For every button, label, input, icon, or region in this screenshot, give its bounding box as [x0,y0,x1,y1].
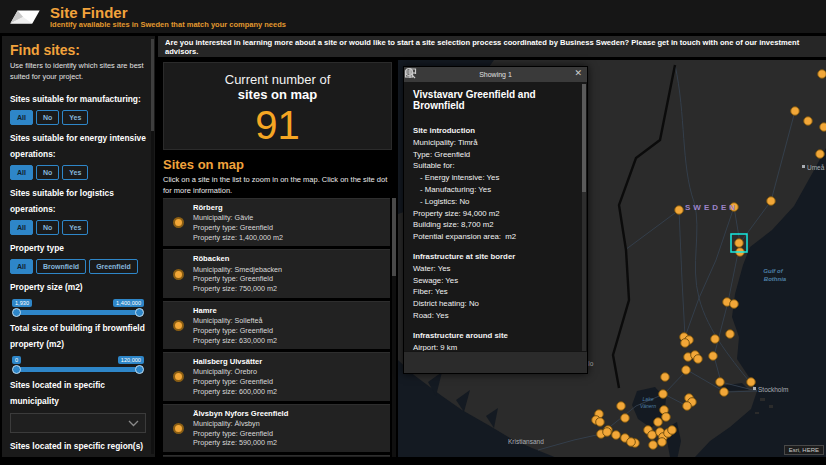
map-label-stockholm: Stockholm [758,386,788,393]
property-type-brownfield-button[interactable]: Brownfield [36,259,86,274]
site-detail: Property size: 750,000 m2 [193,284,282,294]
site-map-dot[interactable] [659,390,668,399]
site-list-scrollbar[interactable] [392,198,396,457]
site-map-dot[interactable] [791,107,800,116]
manufacturing-yes-button[interactable]: Yes [62,110,88,125]
filter-label-manufacturing: Sites suitable for manufacturing: [10,92,146,108]
building-size-min-handle[interactable] [12,365,21,374]
site-list-item[interactable]: HamreMunicipality: SollefteåProperty typ… [163,301,390,349]
selected-site-map-dot[interactable] [735,239,744,248]
site-map-dot[interactable] [675,206,684,215]
site-map-dot[interactable] [617,402,626,411]
sidebar-scrollbar[interactable] [151,39,154,454]
site-map-dot[interactable] [654,418,663,427]
site-map-dot[interactable] [621,414,630,423]
property-size-min-handle[interactable] [12,308,21,317]
popup-line: - Manufacturing: Yes [413,184,577,196]
logistics-yes-button[interactable]: Yes [62,220,88,235]
sidebar-title: Find sites: [10,42,146,58]
site-map-dot[interactable] [804,117,813,126]
popup-line: - Energy intensive: Yes [413,172,577,184]
site-detail: Property type: Greenfield [193,326,277,336]
energy-no-button[interactable]: No [36,165,59,180]
popup-line: Fiber: Yes [413,286,577,298]
site-map-dot[interactable] [818,70,826,79]
building-size-slider[interactable]: 0 120,000 [12,356,144,372]
close-icon[interactable]: ✕ [574,68,582,78]
site-map-dot[interactable] [682,366,691,375]
site-map-dot[interactable] [596,418,605,427]
popup-line: Building size: 8,700 m2 [413,219,577,231]
site-map-dot[interactable] [658,438,667,447]
energy-all-button[interactable]: All [10,165,33,180]
manufacturing-no-button[interactable]: No [36,110,59,125]
site-map-dot[interactable] [649,441,658,450]
site-map-dot[interactable] [726,330,735,339]
popup-scrollbar[interactable] [582,84,586,351]
site-list-item[interactable]: Hallsberg UlvsätterMunicipality: ÖrebroP… [163,352,390,400]
property-size-track[interactable] [15,310,141,315]
site-map-dot[interactable] [820,123,826,132]
site-list-title: Sites on map [163,157,392,172]
site-dot-icon [173,423,184,434]
popup-header[interactable]: Showing 1 ✕ [404,67,587,82]
property-size-slider[interactable]: 1,930 1,400,000 [12,299,144,315]
site-map-dot[interactable] [747,378,756,387]
logistics-no-button[interactable]: No [36,220,59,235]
counter-title-line1: Current number of [164,72,391,87]
site-map-dot[interactable] [767,197,776,206]
site-map-dot[interactable] [662,413,671,422]
site-map-dot[interactable] [627,438,636,447]
property-size-max-handle[interactable] [135,308,144,317]
site-list-description: Click on a site in the list to zoom in o… [163,175,392,197]
site-map-dot[interactable] [681,339,690,348]
building-size-min-value: 0 [12,356,21,364]
site-map-dot[interactable] [716,378,725,387]
site-list-item[interactable]: RörbergMunicipality: GävleProperty type:… [163,198,390,246]
app-header: Site Finder Identify available sites in … [0,0,826,33]
site-map-dot[interactable] [668,426,677,435]
site-map-dot[interactable] [603,428,612,437]
building-size-max-value: 120,000 [118,356,144,364]
popup-line: - Logistics: No [413,196,577,208]
energy-yes-button[interactable]: Yes [62,165,88,180]
map-label-gulf-line2: Bothnia [764,276,787,282]
site-map-dot[interactable] [648,431,657,440]
site-detail: Property size: 630,000 m2 [193,336,277,346]
property-type-all-button[interactable]: All [10,259,33,274]
map-label-sweden: SWEDEN [685,203,738,212]
property-size-min-value: 1,930 [12,299,32,307]
site-list-item[interactable]: RöbackenMunicipality: SmedjebackenProper… [163,249,390,297]
site-list-item[interactable]: BerglundaMunicipality: ÖrebroProperty ty… [163,455,390,457]
manufacturing-all-button[interactable]: All [10,110,33,125]
popup-line: Property size: 94,000 m2 [413,208,577,220]
site-list-item[interactable]: Älvsbyn Nyfors GreenfieldMunicipality: Ä… [163,404,390,452]
building-size-track[interactable] [15,367,141,372]
map-canvas[interactable]: SWEDEN Umeå Stockholm Kristiansand slo G… [398,60,826,457]
filter-label-property-type: Property type [10,241,146,257]
logistics-all-button[interactable]: All [10,220,33,235]
map-attribution: Esri, HERE [784,445,824,455]
map-label-umea: Umeå [807,164,825,171]
dock-icon[interactable] [404,67,417,79]
site-map-dot[interactable] [612,431,621,440]
site-map-dot[interactable] [694,355,703,364]
site-dot-icon [173,269,184,280]
site-map-dot[interactable] [711,335,720,344]
popup-line: Site introduction [413,125,577,137]
site-detail: Municipality: Älvsbyn [193,419,288,429]
municipality-select[interactable] [10,413,146,433]
site-map-dot[interactable] [709,352,718,361]
slider-label-property-size: Property size (m2) [10,280,146,296]
site-map-dot[interactable] [720,388,729,397]
site-dot-icon [173,371,184,382]
property-type-greenfield-button[interactable]: Greenfield [89,259,138,274]
site-map-dot[interactable] [661,373,670,382]
site-map-dot[interactable] [683,402,692,411]
site-detail: Property type: Greenfield [193,429,288,439]
popup-line: District heating: No [413,298,577,310]
site-map-dot[interactable] [816,150,825,159]
building-size-max-handle[interactable] [135,365,144,374]
site-detail: Property type: Greenfield [193,377,277,387]
site-map-dot[interactable] [730,300,739,309]
